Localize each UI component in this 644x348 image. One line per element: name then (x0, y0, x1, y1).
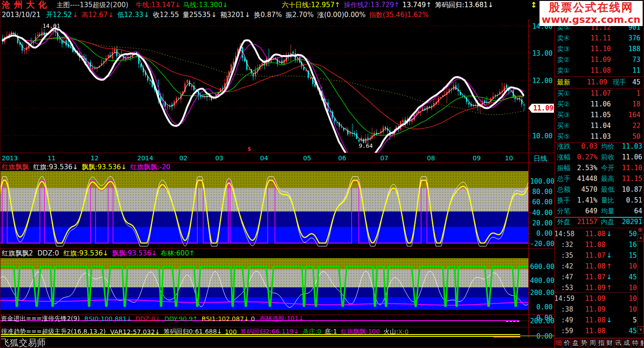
sell-level-row[interactable]: 卖④11.11376 (554, 33, 643, 44)
text-token: 13.749↑ (402, 1, 431, 9)
volume: 11 (612, 65, 640, 76)
last-price-tag: 11.09 (528, 104, 554, 113)
level-label: 买② (557, 99, 570, 110)
volume: 1 (612, 88, 640, 99)
sell-level-row[interactable]: 卖③11.10188 (554, 44, 643, 54)
tick-list-group2: 14:5911.0910:3811.0910:4911.08↓5:5911.08… (554, 293, 643, 338)
buy-level-row[interactable]: 买⑤11.0350 (554, 131, 643, 142)
panel4-cyan-dashes (506, 321, 519, 322)
tick-row[interactable]: :4211.08↑10 (554, 261, 643, 272)
crosshair-target-icon[interactable]: ⊕ (637, 226, 643, 233)
x-axis-label: 08 (427, 154, 435, 162)
buy-level-row[interactable]: 买③11.05164 (554, 110, 643, 120)
panel5-indicator-line-b (1, 336, 520, 337)
bottom-tab-6[interactable]: 指 (597, 338, 605, 348)
tick-price: 11.08 (579, 261, 605, 272)
bottom-tab-9[interactable]: 成 (623, 338, 631, 348)
y-axis-label: 10.00 (530, 132, 553, 140)
tick-time: :59 (554, 326, 573, 336)
y-axis-label: 400.00 (530, 277, 553, 285)
main-candlestick-chart[interactable] (0, 20, 528, 153)
panel3-header: 红旗飘飘2DDZ:0红旗:93.536↓飘飘:93.536↓布林:600↑ (0, 249, 195, 257)
sell-level-row[interactable]: 卖①11.0811 (554, 65, 643, 76)
tick-price: 11.08 (579, 229, 605, 239)
scroll-updown-icon[interactable]: ↕ (531, 0, 537, 9)
text-token: DDZ:0 (38, 249, 59, 257)
bottom-tab-7[interactable]: 财 (606, 338, 614, 348)
level-label: 买⑤ (557, 131, 570, 142)
bottom-tab-3[interactable]: 盘 (572, 338, 579, 348)
bottom-tab-8[interactable]: 讯 (614, 338, 622, 348)
text-token: 量25535 (183, 11, 211, 19)
axis-tick (528, 292, 531, 293)
volume: 376 (612, 33, 640, 44)
buy-queue: 买①11.071买②11.0618买③11.05164买④11.0422买⑤11… (554, 88, 643, 142)
tick-row[interactable]: :3811.0910 (554, 304, 643, 315)
panel-name: 红旗飘飘 (2, 163, 29, 172)
text-token: ↓ (108, 11, 114, 19)
stat-value: 21157 (570, 216, 597, 227)
text-token: 红旗:93.536↓ (64, 249, 109, 258)
level-label: 卖① (557, 65, 570, 76)
text-token: ↓ (144, 11, 149, 19)
tick-row[interactable]: 14:5911.0910 (554, 293, 643, 304)
tick-row[interactable]: :4711.07↓45 (554, 272, 643, 282)
price: 11.08 (577, 65, 611, 76)
tick-row[interactable]: :3511.07↓15 (554, 250, 643, 261)
text-token: RSI1:102.087↓ (202, 315, 249, 322)
bottom-tab-1[interactable]: 细 (555, 338, 562, 348)
stat-value: 41448 (570, 173, 597, 184)
y-axis-label: 20.00 (530, 219, 553, 227)
y-axis-label: 0.00 (530, 303, 553, 311)
panel4-grid-dots (519, 321, 528, 321)
tick-row[interactable]: 14:5811.08↓50 (554, 229, 643, 239)
tick-volume: 45 (611, 272, 637, 282)
bottom-tab-5[interactable]: 周 (589, 338, 596, 348)
stat-label: 分笔 (557, 206, 570, 216)
window-border-bottom (0, 347, 644, 348)
stat-row: 外盘21157内盘20291 (554, 216, 643, 227)
watermark-url: www.gszx.com.cn (540, 14, 643, 25)
tick-price: 11.08 (579, 315, 605, 326)
buy-level-row[interactable]: 买④11.0422 (554, 120, 643, 131)
buy-level-row[interactable]: 买②11.0618 (554, 99, 643, 110)
sell-level-row[interactable]: 卖②11.0973 (554, 54, 643, 65)
y-axis-label: 40.00 (530, 209, 553, 217)
tick-volume: 10 (611, 282, 637, 293)
tick-row[interactable]: :4911.08↓5 (554, 315, 643, 326)
bottom-tab-2[interactable]: 价 (563, 338, 571, 348)
panel2-oscillator-chart[interactable] (0, 171, 528, 248)
price: 11.11 (577, 33, 611, 44)
y-axis-label: 0.00 (530, 332, 553, 340)
axis-tick (528, 266, 531, 267)
text-token: 牛线:13.147↓ (135, 1, 180, 9)
bottom-tab-4[interactable]: 势 (580, 338, 588, 348)
text-token: 0 (251, 315, 255, 322)
stock-name: 沧州大化 (2, 0, 50, 11)
tick-row[interactable]: :5311.09↑10 (554, 282, 643, 293)
stat-label: 总额 (557, 184, 570, 195)
stat-label: 今开 (601, 163, 614, 173)
axis-tick (528, 212, 531, 213)
panel3-oscillator-chart[interactable] (0, 258, 528, 314)
stat-label: 振幅 (557, 163, 570, 173)
latest-price-row[interactable]: 最新11.09现手45 (554, 76, 643, 88)
text-token: 红旗飘飘:-20 (130, 163, 170, 172)
axis-tick (528, 26, 531, 26)
y-axis-label: 80.00 (530, 188, 553, 196)
period-label[interactable]: 日线 (534, 154, 547, 163)
buy-level-row[interactable]: 买①11.071 (554, 88, 643, 99)
panel4-header: 资金进出===涨停先锋2(9)RSI0:100.881↓DDZ:0↓DDY:90… (0, 315, 304, 322)
latest-label: 最新 (557, 76, 570, 88)
divider (0, 153, 554, 153)
bottom-tab-10[interactable]: 特 (631, 338, 639, 348)
stat-value: 0.03 (570, 141, 597, 152)
y-axis-label: 0.00 (530, 229, 553, 238)
volume: 18 (612, 99, 640, 110)
tick-row[interactable]: :5911.0845 (554, 326, 643, 336)
level-label: 卖④ (557, 33, 570, 44)
x-axis-label: 09 (473, 154, 481, 162)
stat-label: 换手 (557, 195, 570, 206)
header-row-indicators: 沧州大化主图----135超级2(200)牛线:13.147↓马线:13.300… (0, 0, 493, 10)
tick-row[interactable]: :3211.0816 (554, 239, 643, 250)
